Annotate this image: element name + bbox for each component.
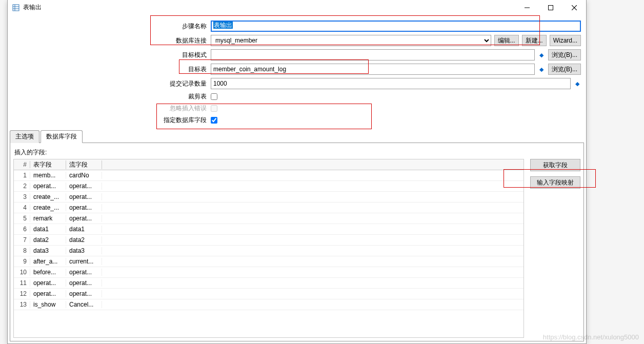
cell-stream-field[interactable]: current...: [66, 258, 102, 265]
cell-stream-field[interactable]: data1: [66, 226, 102, 233]
tabs: 主选项 数据库字段: [10, 130, 584, 143]
row-target-table: 目标表 浏览(B)...: [13, 64, 581, 75]
commit-size-label: 提交记录数量: [13, 79, 208, 88]
cell-num: 3: [14, 193, 30, 200]
table-icon: [12, 4, 20, 12]
cell-stream-field[interactable]: cardNo: [66, 172, 102, 179]
cell-num: 4: [14, 204, 30, 211]
table-header: # 表字段 流字段: [14, 159, 524, 170]
table-row[interactable]: 2operat...operat...: [14, 181, 524, 192]
cell-stream-field[interactable]: operat...: [66, 215, 102, 222]
wizard-button[interactable]: Wizard...: [550, 35, 581, 46]
cell-stream-field[interactable]: data3: [66, 247, 102, 254]
truncate-checkbox[interactable]: [211, 93, 217, 100]
cell-stream-field[interactable]: operat...: [66, 290, 102, 297]
target-table-input[interactable]: [211, 64, 535, 75]
cell-table-field[interactable]: create_...: [30, 204, 66, 211]
cell-table-field[interactable]: operat...: [30, 183, 66, 190]
target-schema-input[interactable]: [211, 49, 535, 60]
maximize-button[interactable]: [539, 0, 562, 15]
table-row[interactable]: 8data3data3: [14, 246, 524, 256]
browse-table-button[interactable]: 浏览(B)...: [548, 64, 581, 75]
table-row[interactable]: 1memb...cardNo: [14, 170, 524, 181]
cell-stream-field[interactable]: operat...: [66, 279, 102, 287]
close-button[interactable]: [562, 0, 586, 15]
table-row[interactable]: 7data2data2: [14, 235, 524, 246]
cell-table-field[interactable]: memb...: [30, 172, 66, 179]
table-wrap: # 表字段 流字段 1memb...cardNo2operat...operat…: [13, 159, 580, 338]
table-row[interactable]: 10before...operat...: [14, 267, 524, 278]
col-num: #: [14, 161, 30, 168]
row-truncate: 裁剪表: [13, 92, 581, 101]
cell-table-field[interactable]: after_a...: [30, 258, 66, 265]
ignore-errors-checkbox: [211, 105, 217, 112]
db-conn-select[interactable]: mysql_member: [211, 35, 491, 46]
cell-table-field[interactable]: operat...: [30, 290, 66, 297]
form-area: 步骤名称 表输出 数据库连接 mysql_member 编辑... 新建... …: [8, 15, 586, 125]
col-stream-field: 流字段: [66, 160, 102, 169]
edit-connection-button[interactable]: 编辑...: [494, 35, 519, 46]
cell-table-field[interactable]: remark: [30, 215, 66, 222]
tab-main[interactable]: 主选项: [10, 130, 39, 143]
browse-schema-button[interactable]: 浏览(B)...: [548, 49, 581, 60]
cell-table-field[interactable]: operat...: [30, 279, 66, 287]
cell-stream-field[interactable]: operat...: [66, 269, 102, 276]
specify-fields-label: 指定数据库字段: [13, 116, 208, 125]
table-row[interactable]: 6data1data1: [14, 224, 524, 235]
cell-stream-field[interactable]: operat...: [66, 204, 102, 211]
row-target-schema: 目标模式 浏览(B)...: [13, 49, 581, 60]
insert-fields-label: 插入的字段:: [14, 148, 580, 157]
row-step-name: 步骤名称 表输出: [13, 21, 581, 32]
fields-panel: 插入的字段: # 表字段 流字段 1memb...cardNo2operat..…: [10, 143, 584, 341]
table-output-dialog: 表输出 步骤名称 表输出 数据库连接 mysql_member 编辑... 新建…: [7, 0, 587, 344]
cell-table-field[interactable]: data2: [30, 236, 66, 244]
cell-table-field[interactable]: before...: [30, 269, 66, 276]
truncate-label: 裁剪表: [13, 92, 208, 101]
cell-stream-field[interactable]: Cancel...: [66, 301, 102, 308]
table-row[interactable]: 4create_...operat...: [14, 203, 524, 213]
cell-table-field[interactable]: create_...: [30, 193, 66, 200]
table-row[interactable]: 9after_a...current...: [14, 256, 524, 267]
cell-stream-field[interactable]: operat...: [66, 183, 102, 190]
cell-stream-field[interactable]: data2: [66, 236, 102, 244]
cell-num: 11: [14, 279, 30, 287]
cell-num: 5: [14, 215, 30, 222]
row-commit-size: 提交记录数量: [13, 78, 581, 89]
row-db-connection: 数据库连接 mysql_member 编辑... 新建... Wizard...: [13, 35, 581, 46]
table-row[interactable]: 5remarkoperat...: [14, 213, 524, 224]
specify-fields-checkbox[interactable]: [211, 117, 217, 124]
cell-table-field[interactable]: data1: [30, 226, 66, 233]
cell-num: 10: [14, 269, 30, 276]
step-name-label: 步骤名称: [13, 22, 208, 31]
cell-num: 13: [14, 301, 30, 308]
cell-stream-field[interactable]: operat...: [66, 193, 102, 200]
side-buttons: 获取字段 输入字段映射: [530, 159, 580, 338]
cell-num: 2: [14, 183, 30, 190]
row-specify-fields: 指定数据库字段: [13, 116, 581, 125]
row-ignore-errors: 忽略插入错误: [13, 104, 581, 113]
table-row[interactable]: 11operat...operat...: [14, 278, 524, 289]
target-table-label: 目标表: [13, 65, 208, 74]
cell-num: 6: [14, 226, 30, 233]
minimize-button[interactable]: [515, 0, 539, 15]
input-field-mapping-button[interactable]: 输入字段映射: [530, 176, 580, 189]
cell-num: 1: [14, 172, 30, 179]
cell-num: 7: [14, 236, 30, 244]
diamond-icon: [538, 64, 545, 75]
cell-num: 9: [14, 258, 30, 265]
table-row[interactable]: 12operat...operat...: [14, 289, 524, 299]
db-conn-label: 数据库连接: [13, 36, 208, 45]
table-row[interactable]: 13is_showCancel...: [14, 299, 524, 310]
cell-table-field[interactable]: data3: [30, 247, 66, 254]
cell-table-field[interactable]: is_show: [30, 301, 66, 308]
table-row[interactable]: 3create_...operat...: [14, 192, 524, 203]
new-connection-button[interactable]: 新建...: [522, 35, 547, 46]
step-name-input[interactable]: 表输出: [211, 21, 581, 32]
cell-num: 12: [14, 290, 30, 297]
diamond-icon: [574, 78, 581, 89]
commit-size-input[interactable]: [211, 78, 571, 89]
tab-database-fields[interactable]: 数据库字段: [41, 130, 83, 143]
svg-rect-5: [549, 5, 553, 10]
fields-table[interactable]: # 表字段 流字段 1memb...cardNo2operat...operat…: [13, 159, 524, 338]
get-fields-button[interactable]: 获取字段: [530, 159, 580, 171]
